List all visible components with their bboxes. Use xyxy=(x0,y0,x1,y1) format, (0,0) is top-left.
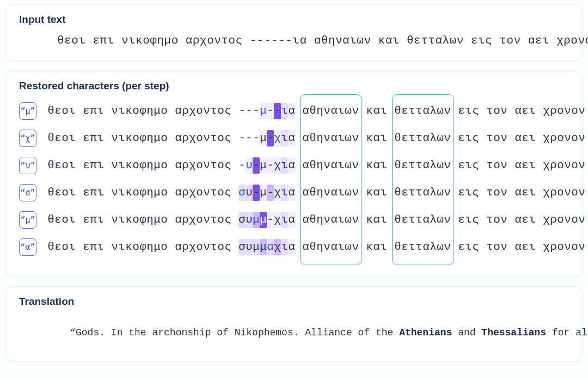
input-text: θεοι επι νικοφημο αρχοντος ------ια αθην… xyxy=(19,31,569,51)
bold-thessalians: Thessalians xyxy=(481,327,546,338)
step-text: θεοι επι νικοφημο αρχοντος -υ-μ-χια αθην… xyxy=(47,157,585,174)
step-row: “σ”θεοι επι νικοφημο αρχοντος συ-μ-χια α… xyxy=(19,179,569,206)
translation-card: Translation “Gods. In the archonship of … xyxy=(5,286,583,361)
step-row: “α”θεοι επι νικοφημο αρχοντος συμμαχια α… xyxy=(19,234,569,261)
step-row: “μ”θεοι επι νικοφημο αρχοντος ---μ--ια α… xyxy=(19,97,569,125)
step-text: θεοι επι νικοφημο αρχοντος συμμαχια αθην… xyxy=(47,239,585,255)
step-row: “υ”θεοι επι νικοφημο αρχοντος -υ-μ-χια α… xyxy=(19,152,569,179)
translation-title: Translation xyxy=(19,296,569,308)
step-text: θεοι επι νικοφημο αρχοντος συ-μ-χια αθην… xyxy=(47,185,585,201)
step-tag: “χ” xyxy=(19,130,36,147)
input-title: Input text xyxy=(19,14,569,26)
restored-body: “μ”θεοι επι νικοφημο αρχοντος ---μ--ια α… xyxy=(19,97,569,261)
step-text: θεοι επι νικοφημο αρχοντος ---μ--ια αθην… xyxy=(47,103,585,119)
step-tag: “μ” xyxy=(19,211,36,229)
input-card: Input text θεοι επι νικοφημο αρχοντος --… xyxy=(5,4,583,61)
step-tag: “α” xyxy=(19,238,36,256)
step-tag: “σ” xyxy=(19,184,36,201)
step-text: θεοι επι νικοφημο αρχοντος ---μ-χια αθην… xyxy=(47,130,585,146)
step-row: “χ”θεοι επι νικοφημο αρχοντος ---μ-χια α… xyxy=(19,125,569,152)
step-tag: “υ” xyxy=(19,157,36,174)
translation-text: “Gods. In the archonship of Nikophemos. … xyxy=(19,313,569,349)
restored-title: Restored characters (per step) xyxy=(19,80,569,92)
step-row: “μ”θεοι επι νικοφημο αρχοντος συμμ-χια α… xyxy=(19,206,569,234)
step-tag: “μ” xyxy=(19,102,36,120)
step-text: θεοι επι νικοφημο αρχοντος συμμ-χια αθην… xyxy=(47,212,585,228)
restored-card: Restored characters (per step) “μ”θεοι ε… xyxy=(5,71,583,277)
bold-athenians: Athenians xyxy=(399,327,452,338)
